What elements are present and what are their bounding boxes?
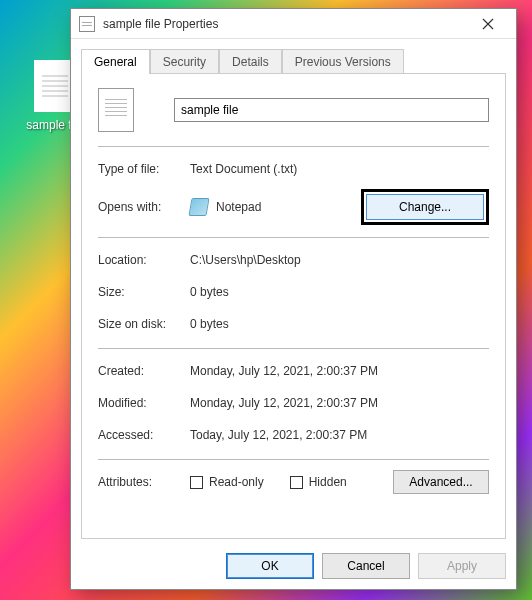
text-file-icon [79,16,95,32]
value-modified: Monday, July 12, 2021, 2:00:37 PM [190,396,489,410]
value-size: 0 bytes [190,285,489,299]
window-title: sample file Properties [103,17,468,31]
file-large-icon [98,88,134,132]
label-accessed: Accessed: [98,428,190,442]
readonly-label: Read-only [209,475,264,489]
value-size-on-disk: 0 bytes [190,317,489,331]
value-opens-with: Notepad [216,200,261,214]
label-size: Size: [98,285,190,299]
tab-details[interactable]: Details [219,49,282,74]
change-highlight: Change... [361,189,489,225]
tab-security[interactable]: Security [150,49,219,74]
tab-strip: General Security Details Previous Versio… [71,39,516,74]
properties-dialog: sample file Properties General Security … [70,8,517,590]
hidden-label: Hidden [309,475,347,489]
label-attributes: Attributes: [98,475,190,489]
label-created: Created: [98,364,190,378]
close-icon [482,18,494,30]
label-type: Type of file: [98,162,190,176]
advanced-button[interactable]: Advanced... [393,470,489,494]
separator [98,146,489,147]
separator [98,348,489,349]
value-location: C:\Users\hp\Desktop [190,253,489,267]
notepad-icon [188,198,209,216]
ok-button[interactable]: OK [226,553,314,579]
tab-previous-versions[interactable]: Previous Versions [282,49,404,74]
hidden-checkbox[interactable]: Hidden [290,475,347,489]
cancel-button[interactable]: Cancel [322,553,410,579]
value-created: Monday, July 12, 2021, 2:00:37 PM [190,364,489,378]
dialog-footer: OK Cancel Apply [71,547,516,589]
label-size-on-disk: Size on disk: [98,317,190,331]
readonly-checkbox[interactable]: Read-only [190,475,264,489]
checkbox-box-icon [290,476,303,489]
separator [98,459,489,460]
label-location: Location: [98,253,190,267]
tab-panel-general: Type of file: Text Document (.txt) Opens… [81,73,506,539]
tab-general[interactable]: General [81,49,150,74]
checkbox-box-icon [190,476,203,489]
apply-button[interactable]: Apply [418,553,506,579]
value-type: Text Document (.txt) [190,162,489,176]
label-modified: Modified: [98,396,190,410]
label-opens-with: Opens with: [98,200,190,214]
titlebar[interactable]: sample file Properties [71,9,516,39]
filename-input[interactable] [174,98,489,122]
separator [98,237,489,238]
change-button[interactable]: Change... [366,194,484,220]
close-button[interactable] [468,10,508,38]
value-accessed: Today, July 12, 2021, 2:00:37 PM [190,428,489,442]
